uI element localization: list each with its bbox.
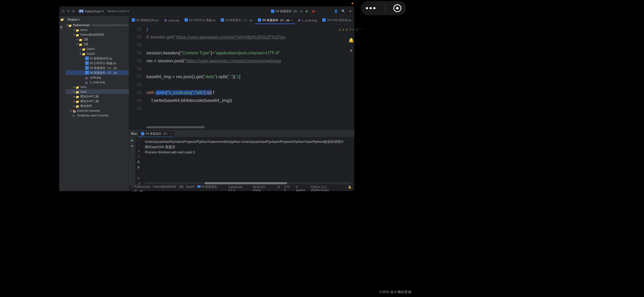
tree-row[interactable]: ▸📁爬虫SVIP二期 [66, 99, 129, 103]
tab-label: v_code.png [302, 19, 317, 22]
sidebar-header[interactable]: Project ▾ [66, 16, 129, 23]
gear-icon[interactable]: ⚙ [349, 10, 352, 13]
stop-icon[interactable]: ■ [131, 144, 133, 147]
tree-label: venv [80, 84, 86, 89]
tree-row[interactable]: 03 真题逆向（1）.py [66, 65, 129, 70]
tree-label: Day02 [87, 51, 95, 56]
mac-traffic-lights[interactable] [62, 10, 75, 13]
expand-arrow-icon[interactable]: ▸ [73, 89, 76, 94]
more-icon[interactable]: ⋮ [131, 149, 134, 153]
tab-label: 01 获取验证码.py [136, 18, 159, 22]
tree-row[interactable]: 02 打码平台-图鉴.py [66, 61, 129, 65]
tree-row[interactable]: ▸📁爬虫资料 [66, 103, 129, 108]
line-gutter: 3132333435363738394041 [129, 24, 144, 130]
version-control-menu[interactable]: Version control ▾ [107, 10, 129, 13]
expand-arrow-icon[interactable]: ▸ [73, 99, 76, 103]
down-icon[interactable]: ↓ [138, 144, 139, 147]
up-icon[interactable]: ↑ [138, 139, 139, 142]
inspection-badges[interactable]: ⚠1 ⚠7 ✔1 ˄ ˅ [339, 26, 364, 34]
tree-row[interactable]: 01 获取验证码.py [66, 56, 129, 61]
breadcrumb[interactable]: ◇ PythonYuan › Python副业特训营 › 2期 › Day02 … [132, 184, 227, 193]
expand-arrow-icon[interactable]: ▾ [79, 51, 82, 56]
expand-arrow-icon[interactable]: ▸ [76, 37, 79, 42]
tree-row[interactable]: ▦v_code.png [66, 80, 129, 84]
tree-row[interactable]: 04 真题逆向（2）.py [66, 70, 129, 75]
close-icon[interactable]: × [291, 18, 293, 22]
expand-arrow-icon[interactable]: ▸ [79, 46, 82, 51]
editor-tab[interactable]: ▦code.jpg [162, 16, 182, 24]
editor-h-scrollbar[interactable] [146, 126, 348, 128]
notifications-icon[interactable]: 🔔 [348, 36, 354, 44]
expand-arrow-icon[interactable]: ▸ [70, 108, 72, 113]
ai-icon[interactable]: ✦ [349, 47, 353, 55]
editor-tab[interactable]: ▦v_code.png [295, 16, 320, 24]
status-ts[interactable]: TypeScript 5.1.3 [228, 185, 249, 192]
tree-row[interactable]: ▸📚External Libraries [66, 108, 129, 113]
more-tool-icon[interactable]: ⋯ [60, 33, 65, 37]
problems-icon[interactable]: ① [137, 176, 140, 180]
expand-arrow-icon[interactable]: ▸ [73, 94, 76, 99]
run-left-rail: ▶ ■ ⋮ [129, 137, 135, 185]
status-indent[interactable]: 4 spaces [296, 185, 307, 192]
tree-row[interactable]: ▸📁爬虫SVIP三期 [66, 94, 129, 99]
nav-up-icon[interactable]: ˄ [359, 26, 361, 34]
expand-arrow-icon[interactable]: ▸ [73, 84, 76, 89]
more-icon[interactable]: ⋮ [176, 132, 179, 135]
debug-icon[interactable]: 🐞 [312, 10, 315, 13]
search-icon[interactable]: 🔍 [342, 10, 345, 13]
library-icon: 📚 [72, 109, 76, 112]
divider [384, 4, 385, 12]
svg-rect-8 [258, 18, 261, 22]
person-icon[interactable]: 👤 [334, 10, 338, 13]
run-configuration[interactable]: 04 真题逆向（2） ▾ [271, 9, 302, 13]
run-title[interactable]: Run [131, 132, 137, 135]
project-selector[interactable]: PY PythonYuan ▾ [79, 10, 104, 13]
editor-tab[interactable]: 04 真题逆向（2）.py× [255, 16, 295, 24]
tree-row[interactable]: ▾📁Day02 [66, 51, 129, 56]
status-position[interactable]: 39:30 (22 chars) [253, 185, 273, 192]
tree-row[interactable]: ✎Scratches and Consoles [66, 113, 129, 118]
nav-down-icon[interactable]: ˅ [362, 26, 364, 34]
status-interpreter[interactable]: Python 3.11 (PythonYuan) [311, 185, 344, 192]
editor-tab[interactable]: 02 打码平台-图鉴.py [182, 16, 218, 24]
structure-tool-icon[interactable]: ◧ [60, 25, 65, 30]
run-tool-window: Run 04 真题逆向（2） × ⋮ ▶ ■ ⋮ ↑ [129, 130, 354, 185]
editor-tab[interactable]: 06 POST请求体.py [320, 16, 354, 24]
tree-row[interactable]: ▾📁2期 [66, 42, 129, 46]
more-icon[interactable]: ⋮ [319, 10, 322, 13]
code-editor[interactable]: 3132333435363738394041 }# session.get("h… [129, 24, 354, 130]
lock-icon[interactable]: 🔒 [348, 185, 352, 192]
expand-arrow-icon[interactable]: ▾ [73, 32, 76, 37]
expand-arrow-icon[interactable]: ▾ [73, 27, 76, 32]
expand-arrow-icon[interactable]: ▾ [76, 42, 79, 46]
chevron-down-icon: ▾ [301, 10, 302, 13]
code-content[interactable]: }# session.get("https://user.wangxiao.cn… [144, 24, 348, 130]
status-encoding[interactable]: UTF-8 [284, 185, 292, 192]
scroll-end-icon[interactable]: ⤓ [137, 155, 140, 158]
tree-row[interactable]: ▸📁1期 [66, 37, 129, 42]
editor-tab[interactable]: 01 获取验证码.py [129, 16, 162, 24]
tree-row[interactable]: ▸📁venv [66, 84, 129, 89]
rerun-icon[interactable]: ▶ [131, 139, 133, 142]
soft-wrap-icon[interactable]: ↲ [137, 149, 140, 153]
run-config-label: 04 真题逆向（2） [276, 9, 299, 13]
tree-root[interactable]: ▾ 📁 PythonYuan ~/PycharmProjects/PythonY… [66, 23, 129, 27]
project-tree[interactable]: ▾ 📁 PythonYuan ~/PycharmProjects/PythonY… [66, 23, 129, 191]
tree-row[interactable]: ▸📁Day01 [66, 46, 129, 51]
output-h-scrollbar[interactable] [145, 182, 351, 184]
project-tool-icon[interactable]: 📁 [60, 18, 65, 22]
editor-tab[interactable]: 03 真题逆向（1）.py [218, 16, 255, 24]
expand-arrow-icon[interactable]: ▸ [73, 103, 76, 108]
tree-row[interactable]: ▾📁Python副业特训营 [66, 32, 129, 37]
clear-icon[interactable]: 🗑 [137, 166, 140, 169]
tree-row[interactable]: ▾📁demo [66, 27, 129, 32]
run-output[interactable]: /Users/yuanhao/PycharmProjects/PythonYua… [142, 137, 354, 185]
run-icon[interactable]: ▶ [306, 10, 308, 13]
tree-row[interactable]: ▸📁venv [66, 89, 129, 94]
print-icon[interactable]: 🖶 [137, 160, 140, 163]
close-icon[interactable]: × [170, 132, 172, 135]
run-config-chip[interactable]: 04 真题逆向（2） × [139, 131, 174, 136]
status-eol[interactable]: LF [277, 185, 280, 192]
tree-row[interactable]: ▦code.jpg [66, 75, 129, 80]
python-file-icon [85, 66, 89, 70]
